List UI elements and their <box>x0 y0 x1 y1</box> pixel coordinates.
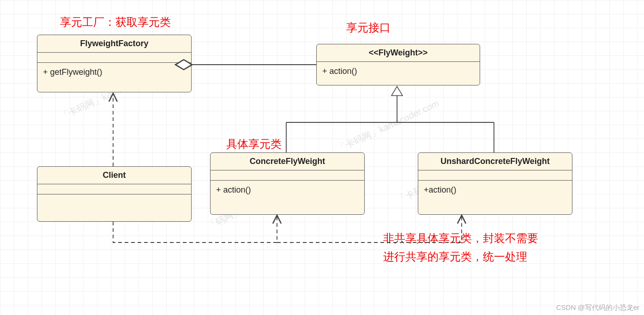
box-method: +action() <box>418 181 572 214</box>
box-method: + getFlyweight() <box>37 63 191 92</box>
label-concrete: 具体享元类 <box>226 137 282 151</box>
box-flyweight-factory: FlyweightFactory + getFlyweight() <box>37 35 192 92</box>
box-attr-section <box>37 184 191 194</box>
box-client: Client <box>37 166 192 222</box>
label-unshared-line1: 非共享具体享元类，封装不需要 <box>383 231 538 246</box>
box-concrete-flyweight: ConcreteFlyWeight + action() <box>210 152 365 215</box>
box-unshared-concrete-flyweight: UnshardConcreteFlyWeight +action() <box>418 152 572 215</box>
box-title: Client <box>37 167 191 184</box>
label-interface: 享元接口 <box>346 20 391 35</box>
box-title: UnshardConcreteFlyWeight <box>418 153 572 170</box>
box-method: + action() <box>317 62 480 85</box>
box-attr-section <box>37 53 191 63</box>
box-attr-section <box>418 170 572 181</box>
box-method: + action() <box>211 181 364 214</box>
box-title: ConcreteFlyWeight <box>211 153 364 170</box>
label-unshared-line2: 进行共享的享元类，统一处理 <box>383 249 527 264</box>
label-factory: 享元工厂：获取享元类 <box>60 15 171 30</box>
box-flyweight-interface: <<FlyWeight>> + action() <box>316 44 480 85</box>
box-title: FlyweightFactory <box>37 35 191 53</box>
box-title: <<FlyWeight>> <box>317 44 480 62</box>
box-attr-section <box>211 170 364 181</box>
box-method <box>37 194 191 221</box>
credit-text: CSDN @写代码的小恐龙er <box>556 303 639 312</box>
